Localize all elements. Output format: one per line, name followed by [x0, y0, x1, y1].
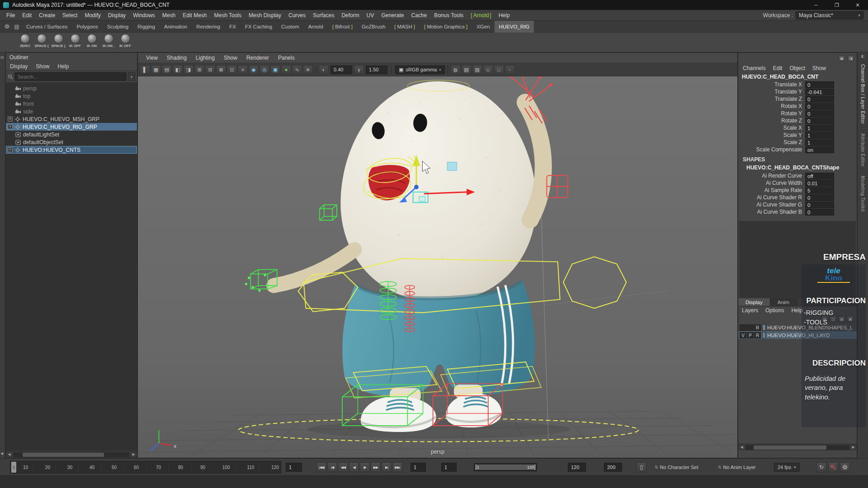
- scrollbar-track[interactable]: [13, 452, 130, 457]
- outliner-item-rig-grp[interactable]: + HUEVO:C_HUEVO_RIG_GRP: [6, 123, 137, 131]
- close-button[interactable]: ✕: [847, 0, 868, 10]
- menu-item[interactable]: Mesh Display: [245, 10, 285, 21]
- shelf-tab[interactable]: Rendering: [192, 21, 225, 33]
- scroll-right-icon[interactable]: ▶: [130, 451, 137, 458]
- layer-displaytype-toggle[interactable]: R: [754, 332, 761, 338]
- outliner-menu-item[interactable]: Show: [32, 62, 53, 70]
- channel-box-menu-item[interactable]: Object: [786, 64, 809, 73]
- step-forward-frame-button[interactable]: ▶▶: [371, 462, 381, 472]
- gamma-icon[interactable]: γ: [354, 65, 364, 74]
- viewport-toolbar-icon[interactable]: ▦: [151, 65, 161, 74]
- viewport-toolbar-icon[interactable]: ▤: [162, 65, 172, 74]
- channel-value-field[interactable]: 1: [805, 125, 834, 131]
- outliner-search-input[interactable]: [14, 72, 127, 81]
- scrollbar-thumb[interactable]: [754, 446, 826, 450]
- colorspace-dropdown[interactable]: ▣ sRGB gamma ▾: [395, 66, 445, 74]
- layer-color-swatch[interactable]: [762, 332, 766, 338]
- layer-editor-tab[interactable]: Display: [738, 298, 770, 306]
- outliner-item-default-object-set[interactable]: defaultObjectSet: [6, 138, 137, 146]
- menu-item[interactable]: Surfaces: [309, 10, 338, 21]
- viewport-menu-item[interactable]: View: [142, 53, 162, 63]
- viewport-toolbar-icon[interactable]: ⊞: [194, 65, 204, 74]
- maximize-button[interactable]: ❐: [826, 0, 847, 10]
- channel-value-field[interactable]: 0: [805, 110, 834, 117]
- channel-value-field[interactable]: 0.01: [805, 180, 834, 187]
- layer-playback-toggle[interactable]: [747, 324, 754, 331]
- shelf-tab[interactable]: Arnold: [304, 21, 328, 33]
- shelf-tab[interactable]: FX: [225, 21, 241, 33]
- viewport-menu-item[interactable]: Panels: [274, 53, 299, 63]
- layer-color-swatch[interactable]: [762, 324, 766, 331]
- channel-value-field[interactable]: on: [805, 146, 834, 153]
- panel-grip-icon[interactable]: ▤: [0, 55, 4, 59]
- outliner-item-default-light-set[interactable]: defaultLightSet: [6, 131, 137, 138]
- side-tab[interactable]: Attribute Editor: [860, 129, 865, 171]
- scrollbar-track[interactable]: [745, 445, 849, 450]
- menu-item[interactable]: Create: [35, 10, 59, 21]
- menu-item[interactable]: Bonus Tools: [430, 10, 467, 21]
- side-tab[interactable]: Channel Box / Layer Editor: [860, 60, 865, 129]
- outliner-menu-item[interactable]: Help: [53, 62, 73, 70]
- step-back-frame-button[interactable]: ◀◀: [338, 462, 348, 472]
- menu-item[interactable]: Mesh Tools: [211, 10, 245, 21]
- viewport-toolbar-icon[interactable]: ⊟: [205, 65, 215, 74]
- channel-box-menu-item[interactable]: Edit: [769, 64, 786, 73]
- viewport-toolbar-icon[interactable]: ◍: [451, 65, 461, 74]
- move-layer-up-icon[interactable]: ▤: [821, 316, 828, 322]
- move-layer-down-icon[interactable]: ◫: [830, 316, 837, 322]
- play-forward-button[interactable]: ▶: [360, 462, 370, 472]
- menu-item[interactable]: Display: [104, 10, 129, 21]
- shelf-button[interactable]: IK OFF: [67, 34, 83, 48]
- menu-item[interactable]: Windows: [129, 10, 159, 21]
- shelf-button[interactable]: IK-ON ,: [101, 34, 116, 48]
- search-filter-dropdown-icon[interactable]: ▾: [128, 72, 135, 81]
- scroll-left-icon[interactable]: ◀: [0, 451, 3, 455]
- menu-item[interactable]: Curves: [285, 10, 309, 21]
- menu-item[interactable]: Modify: [81, 10, 104, 21]
- layer-editor-menu-item[interactable]: Help: [788, 306, 806, 314]
- menu-item[interactable]: Help: [495, 10, 514, 21]
- layer-editor-menu-item[interactable]: Options: [762, 306, 788, 314]
- shelf-gear-icon[interactable]: [3, 23, 11, 31]
- outliner-tree[interactable]: persp top front side + HUEVO:C_HUEVO_MSH…: [6, 83, 137, 450]
- playback-loop-icon[interactable]: ↻: [816, 462, 826, 472]
- menu-item[interactable]: Edit Mesh: [179, 10, 210, 21]
- shelf-button[interactable]: IK OFF: [118, 34, 133, 48]
- viewport-toolbar-icon[interactable]: ◇: [483, 65, 493, 74]
- menu-item[interactable]: Generate: [377, 10, 407, 21]
- viewport-3d-canvas[interactable]: x persp: [138, 76, 737, 458]
- viewport-toolbar-icon[interactable]: ⊠: [216, 65, 226, 74]
- layer-editor-menu-item[interactable]: Layers: [738, 306, 762, 314]
- menu-item[interactable]: Arnold: [467, 10, 495, 21]
- expand-icon[interactable]: +: [8, 147, 13, 152]
- shelf-tab[interactable]: GoZBrush: [357, 21, 390, 33]
- outliner-menu-item[interactable]: Display: [6, 62, 32, 70]
- viewport-toolbar-icon[interactable]: ⊡: [227, 65, 237, 74]
- outliner-horizontal-scrollbar[interactable]: ◀ ▶: [6, 451, 137, 458]
- shelf-tab[interactable]: FX Caching: [241, 21, 277, 33]
- scroll-right-icon[interactable]: ▶: [850, 444, 857, 450]
- animation-preferences-icon[interactable]: [840, 462, 850, 472]
- shelf-tab[interactable]: Sculpting: [103, 21, 133, 33]
- viewport-toolbar-icon[interactable]: ∿: [292, 65, 302, 74]
- menu-item[interactable]: Cache: [407, 10, 430, 21]
- animation-start-field[interactable]: 1: [410, 463, 426, 472]
- shelf-button[interactable]: SPACE (: [34, 34, 49, 48]
- shelf-tab[interactable]: MASH: [390, 21, 420, 33]
- shelf-button[interactable]: ZERO: [17, 34, 33, 48]
- viewport-toolbar-icon[interactable]: ◧: [173, 65, 183, 74]
- viewport-menu-item[interactable]: Shading: [162, 53, 191, 63]
- go-to-start-button[interactable]: |◀◀: [316, 462, 326, 472]
- viewport-menu-item[interactable]: Show: [219, 53, 242, 63]
- shelf-tab[interactable]: HUEVO_RIG: [495, 21, 534, 33]
- current-frame-marker[interactable]: 1: [11, 462, 16, 473]
- shelf-button[interactable]: SPACE (: [51, 34, 66, 48]
- layer-row-hi-layd[interactable]: V P R HUEVO:HUEVO_HI_LAYD: [738, 331, 857, 339]
- shelf-tab[interactable]: Rigging: [133, 21, 160, 33]
- shelf-tab[interactable]: XGen: [472, 21, 494, 33]
- viewport-menu-item[interactable]: Renderer: [242, 53, 274, 63]
- viewport-menu-item[interactable]: Lighting: [191, 53, 219, 63]
- outliner-item-side[interactable]: side: [6, 108, 137, 115]
- playback-option-icon[interactable]: ▯: [637, 462, 646, 472]
- viewport-toolbar-icon[interactable]: ▧: [462, 65, 472, 74]
